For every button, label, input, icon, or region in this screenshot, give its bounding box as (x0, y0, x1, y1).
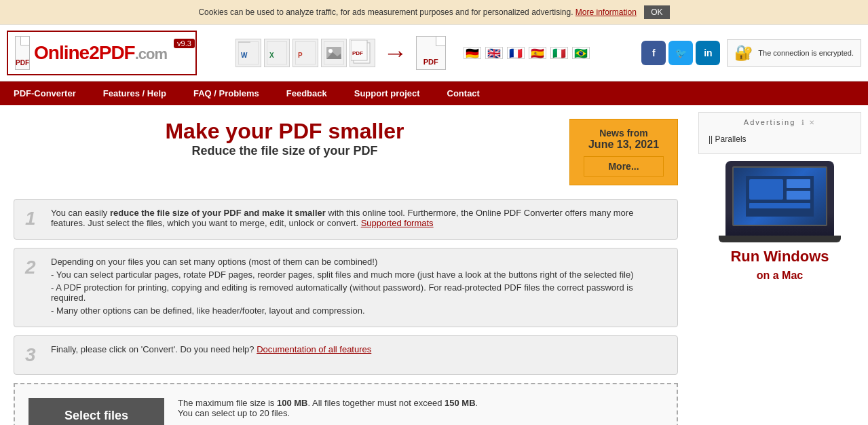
image-icon (321, 39, 347, 67)
cookie-ok-button[interactable]: OK (644, 5, 669, 19)
parallels-logo: || Parallels (704, 130, 855, 148)
ad-laptop: Run Windows on a Mac (698, 161, 861, 283)
header-right: f 🐦 in 🔐 The connection is encrypted. (641, 39, 861, 67)
ad-label: Advertising ℹ ✕ (704, 118, 855, 126)
step-2-num: 2 (25, 257, 41, 278)
source-icons: W X P PDF (235, 39, 375, 67)
pdf-result-icon: PDF (416, 36, 446, 70)
step-3-text: Finally, please click on 'Convert'. Do y… (51, 344, 666, 354)
file-info: The maximum file size is 100 MB. All fil… (178, 398, 478, 418)
svg-rect-16 (787, 179, 810, 188)
supported-formats-link[interactable]: Supported formats (361, 218, 434, 228)
select-files-button[interactable]: Select files (29, 398, 164, 425)
step-3-num: 3 (25, 344, 41, 366)
step-2-content: Depending on your files you can set many… (51, 257, 666, 318)
step-1-num: 1 (25, 208, 41, 229)
cookie-bar: Cookies can be used to analyze traffic, … (0, 0, 868, 25)
news-title: News from (584, 128, 664, 138)
nav-features-help[interactable]: Features / Help (90, 81, 180, 105)
social-icons: f 🐦 in (641, 41, 720, 65)
facebook-icon[interactable]: f (641, 41, 666, 65)
run-windows-text: Run Windows on a Mac (698, 248, 861, 283)
flag-en[interactable]: 🇬🇧 (485, 47, 503, 59)
linkedin-icon[interactable]: in (696, 41, 720, 65)
nav-pdf-converter[interactable]: PDF-Converter (0, 81, 90, 105)
content-area: News from June 13, 2021 More... Make you… (0, 105, 692, 425)
pdf-icon: PDF (15, 36, 30, 70)
svg-point-9 (328, 49, 333, 53)
step-1-text: You can easily reduce the file size of y… (51, 208, 666, 228)
more-info-link[interactable]: More information (575, 7, 637, 17)
svg-text:X: X (269, 52, 274, 59)
documentation-link[interactable]: Documentation of all features (257, 344, 371, 354)
conversion-icons-area: W X P PDF → PDF 🇩🇪 🇬🇧 🇫🇷 🇪🇸 🇮� (197, 36, 628, 70)
svg-text:P: P (298, 52, 303, 59)
ssl-text: The connection is encrypted. (758, 49, 854, 57)
nav-support[interactable]: Support project (341, 81, 434, 105)
step-2: 2 Depending on your files you can set ma… (14, 248, 678, 327)
file-select-area: Select files The maximum file size is 10… (14, 383, 678, 425)
sidebar: Advertising ℹ ✕ || Parallels (692, 105, 868, 425)
svg-rect-15 (749, 179, 783, 200)
svg-rect-1 (238, 41, 250, 43)
twitter-icon[interactable]: 🐦 (668, 41, 693, 65)
logo-pdf: PDF (99, 42, 135, 63)
step-1-content: You can easily reduce the file size of y… (51, 208, 666, 231)
ppt-icon: P (293, 39, 318, 67)
flag-it[interactable]: 🇮🇹 (550, 47, 568, 59)
file-size-info: The maximum file size is 100 MB. All fil… (178, 398, 478, 408)
ad-box: Advertising ℹ ✕ || Parallels (698, 112, 861, 154)
svg-text:PDF: PDF (352, 50, 363, 56)
svg-rect-18 (749, 203, 810, 208)
run-windows-sub: on a Mac (757, 270, 803, 281)
header: PDF Online2PDF.com v9.3 W X P PDF (0, 25, 868, 81)
logo-online: Online (34, 42, 89, 63)
laptop-image (725, 161, 834, 236)
step-3: 3 Finally, please click on 'Convert'. Do… (14, 335, 678, 375)
ssl-icon: 🔐 (734, 44, 753, 62)
step-2-main: Depending on your files you can set many… (51, 257, 666, 267)
logo[interactable]: PDF Online2PDF.com v9.3 (7, 31, 197, 75)
language-flags: 🇩🇪 🇬🇧 🇫🇷 🇪🇸 🇮🇹 🇧🇷 (464, 47, 590, 59)
navigation: PDF-Converter Features / Help FAQ / Prob… (0, 81, 868, 105)
svg-rect-17 (787, 191, 810, 200)
excel-icon: X (264, 39, 290, 67)
main-layout: News from June 13, 2021 More... Make you… (0, 105, 868, 425)
nav-faq[interactable]: FAQ / Problems (180, 81, 273, 105)
flag-fr[interactable]: 🇫🇷 (507, 47, 525, 59)
news-box: News from June 13, 2021 More... (569, 119, 678, 185)
laptop-screen (732, 166, 827, 226)
flag-br[interactable]: 🇧🇷 (572, 47, 590, 59)
news-more-link[interactable]: More... (584, 156, 664, 177)
word-icon: W (235, 39, 261, 67)
logo-text: Online2PDF.com (34, 42, 167, 64)
flag-de[interactable]: 🇩🇪 (464, 47, 481, 59)
multi-pdf-icon: PDF (350, 39, 375, 67)
flag-es[interactable]: 🇪🇸 (529, 47, 546, 59)
logo-version: v9.3 (174, 39, 195, 48)
ad-label-text: Advertising (744, 118, 795, 126)
svg-text:W: W (241, 52, 248, 59)
news-date: June 13, 2021 (584, 138, 664, 151)
conversion-arrow: → (383, 39, 408, 67)
step-1: 1 You can easily reduce the file size of… (14, 199, 678, 240)
step-2-details: - You can select particular pages, rotat… (51, 270, 666, 316)
ssl-badge: 🔐 The connection is encrypted. (727, 39, 861, 67)
laptop-screen-content (734, 168, 826, 225)
nav-feedback[interactable]: Feedback (273, 81, 341, 105)
cookie-text: Cookies can be used to analyze traffic, … (198, 7, 573, 17)
nav-contact[interactable]: Contact (434, 81, 493, 105)
logo-2: 2 (89, 42, 99, 63)
step-3-content: Finally, please click on 'Convert'. Do y… (51, 344, 666, 357)
ad-info-icon[interactable]: ℹ ✕ (801, 119, 816, 126)
logo-dotcom: .com (135, 45, 167, 62)
laptop-base (719, 236, 841, 242)
file-count-info: You can select up to 20 files. (178, 408, 478, 418)
